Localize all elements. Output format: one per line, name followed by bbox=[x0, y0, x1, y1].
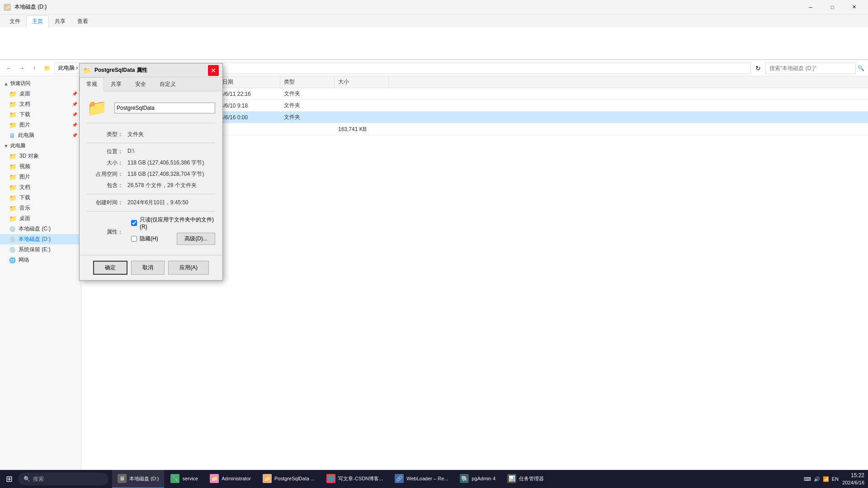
clock-time: 15:22 bbox=[842, 472, 864, 479]
taskbar-icon-postgres-folder: 📁 bbox=[263, 474, 272, 483]
attr-section: 属性： 只读(仅应用于文件夹中的文件)(R) 隐藏(H) 高级(D)... bbox=[87, 216, 215, 248]
taskbar-search[interactable]: 🔍 搜索 bbox=[18, 473, 108, 485]
taskbar-items: 🖥 本地磁盘 (D:) 🔧 service 📁 Administrator 📁 … bbox=[112, 470, 549, 488]
dialog-body: 📁 类型： 文件夹 位置： D:\ 大小： 118 GB (127,406,51… bbox=[80, 91, 222, 255]
taskbar-icon-service: 🔧 bbox=[170, 474, 179, 483]
divider bbox=[87, 143, 215, 143]
prop-size-on-disk-row: 占用空间： 118 GB (127,408,328,704 字节) bbox=[87, 170, 215, 178]
lang-indicator: EN bbox=[832, 476, 839, 482]
taskbar-item-csdn[interactable]: 🌐 写文章-CSDN博客... bbox=[321, 470, 388, 488]
prop-size-value: 118 GB (127,406,516,386 字节) bbox=[127, 159, 204, 167]
start-icon: ⊞ bbox=[6, 474, 13, 484]
dialog-footer: 确定 取消 应用(A) bbox=[80, 255, 222, 280]
taskbar-item-postgres-folder[interactable]: 📁 PostgreSqlData ... bbox=[257, 470, 320, 488]
taskbar-icon-pgadmin: 🐘 bbox=[460, 474, 469, 483]
prop-attr-label: 属性： bbox=[87, 228, 127, 236]
dialog-folder-icon: 📁 bbox=[83, 67, 91, 74]
prop-size-label: 大小： bbox=[87, 159, 127, 167]
taskbar-icon-explorer: 🖥 bbox=[118, 474, 127, 483]
folder-header: 📁 bbox=[87, 99, 215, 123]
dialog-tab-share[interactable]: 共享 bbox=[104, 77, 128, 91]
hidden-checkbox-row: 隐藏(H) 高级(D)... bbox=[131, 233, 215, 245]
taskbar-item-webloader[interactable]: 🔗 WebLoader – Re... bbox=[389, 470, 453, 488]
network-icon[interactable]: 📶 bbox=[823, 476, 829, 482]
prop-size-row: 大小： 118 GB (127,406,516,386 字节) bbox=[87, 159, 215, 167]
taskbar-item-explorer[interactable]: 🖥 本地磁盘 (D:) bbox=[112, 470, 164, 488]
taskbar-item-admin[interactable]: 📁 Administrator bbox=[204, 470, 256, 488]
prop-location-label: 位置： bbox=[87, 148, 127, 155]
taskbar-icon-webloader: 🔗 bbox=[395, 474, 404, 483]
dialog-tab-custom[interactable]: 自定义 bbox=[153, 77, 183, 91]
divider bbox=[87, 194, 215, 194]
properties-dialog: 📁 PostgreSqlData 属性 ✕ 常规 共享 安全 自定义 📁 类型：… bbox=[79, 63, 223, 281]
dialog-title-bar: 📁 PostgreSqlData 属性 ✕ bbox=[80, 64, 222, 77]
taskbar-item-pgadmin[interactable]: 🐘 pgAdmin 4 bbox=[454, 470, 501, 488]
attr-row: 属性： 只读(仅应用于文件夹中的文件)(R) 隐藏(H) 高级(D)... bbox=[87, 216, 215, 248]
prop-size-on-disk-value: 118 GB (127,408,328,704 字节) bbox=[127, 170, 204, 178]
taskbar: ⊞ 🔍 搜索 🖥 本地磁盘 (D:) 🔧 service 📁 Administr… bbox=[0, 470, 868, 488]
prop-location-row: 位置： D:\ bbox=[87, 148, 215, 155]
divider bbox=[87, 211, 215, 211]
prop-location-value: D:\ bbox=[127, 148, 134, 155]
prop-contains-row: 包含： 26,578 个文件，28 个文件夹 bbox=[87, 182, 215, 189]
system-tray: ⌨ 🔊 📶 EN bbox=[804, 476, 839, 482]
taskbar-item-service[interactable]: 🔧 service bbox=[165, 470, 203, 488]
hidden-checkbox[interactable] bbox=[131, 236, 137, 242]
dialog-tabs: 常规 共享 安全 自定义 bbox=[80, 77, 222, 91]
taskbar-icon-csdn: 🌐 bbox=[326, 474, 335, 483]
clock-date: 2024/6/16 bbox=[842, 479, 864, 486]
dialog-overlay: 📁 PostgreSqlData 属性 ✕ 常规 共享 安全 自定义 📁 类型：… bbox=[0, 0, 868, 488]
prop-type-value: 文件夹 bbox=[127, 131, 144, 138]
attr-checkboxes: 只读(仅应用于文件夹中的文件)(R) 隐藏(H) 高级(D)... bbox=[131, 216, 215, 248]
prop-created-row: 创建时间： 2024年6月10日，9:45:50 bbox=[87, 199, 215, 206]
prop-contains-label: 包含： bbox=[87, 182, 127, 189]
dialog-tab-security[interactable]: 安全 bbox=[128, 77, 153, 91]
folder-name-input[interactable] bbox=[114, 103, 215, 113]
ok-button[interactable]: 确定 bbox=[93, 261, 127, 275]
start-button[interactable]: ⊞ bbox=[0, 470, 18, 488]
taskbar-right: ⌨ 🔊 📶 EN 15:22 2024/6/16 bbox=[800, 470, 868, 488]
taskbar-item-task-manager[interactable]: 📊 任务管理器 bbox=[502, 470, 549, 488]
prop-contains-value: 26,578 个文件，28 个文件夹 bbox=[127, 182, 197, 189]
apply-button[interactable]: 应用(A) bbox=[168, 261, 209, 275]
keyboard-icon[interactable]: ⌨ bbox=[804, 476, 811, 482]
prop-type-row: 类型： 文件夹 bbox=[87, 131, 215, 138]
dialog-close-button[interactable]: ✕ bbox=[208, 65, 219, 76]
readonly-checkbox[interactable] bbox=[131, 220, 137, 226]
search-icon: 🔍 bbox=[24, 476, 30, 482]
folder-big-icon: 📁 bbox=[87, 99, 107, 117]
prop-created-value: 2024年6月10日，9:45:50 bbox=[127, 199, 189, 206]
prop-created-label: 创建时间： bbox=[87, 199, 127, 206]
volume-icon[interactable]: 🔊 bbox=[814, 476, 820, 482]
prop-type-label: 类型： bbox=[87, 131, 127, 138]
taskbar-icon-admin: 📁 bbox=[210, 474, 219, 483]
cancel-button[interactable]: 取消 bbox=[131, 261, 165, 275]
taskbar-icon-task-manager: 📊 bbox=[507, 474, 516, 483]
readonly-label: 只读(仅应用于文件夹中的文件)(R) bbox=[140, 216, 215, 230]
hidden-label: 隐藏(H) bbox=[140, 235, 158, 243]
advanced-button[interactable]: 高级(D)... bbox=[177, 233, 215, 245]
dialog-tab-general[interactable]: 常规 bbox=[80, 77, 104, 91]
dialog-title: PostgreSqlData 属性 bbox=[94, 66, 204, 74]
prop-size-on-disk-label: 占用空间： bbox=[87, 170, 127, 178]
readonly-checkbox-row: 只读(仅应用于文件夹中的文件)(R) bbox=[131, 216, 215, 230]
clock[interactable]: 15:22 2024/6/16 bbox=[842, 472, 864, 486]
